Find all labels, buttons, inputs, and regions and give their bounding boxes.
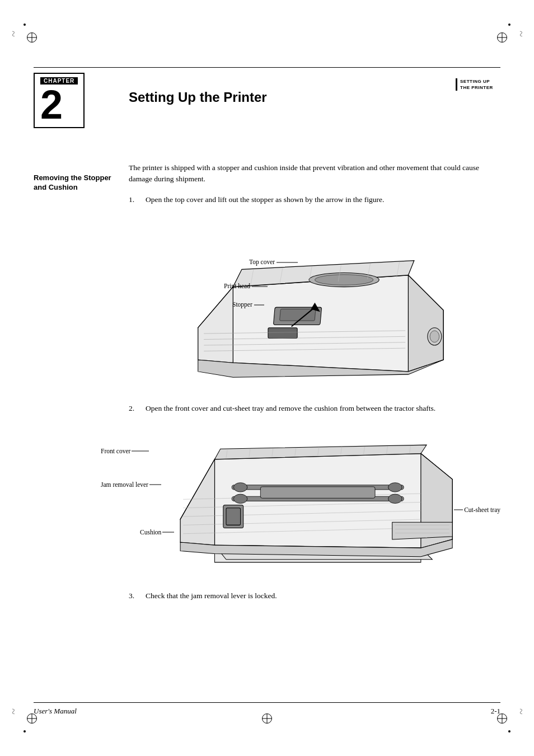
svg-rect-4 <box>268 328 297 339</box>
chapter-block: CHAPTER 2 <box>34 73 123 128</box>
svg-rect-44 <box>226 508 241 525</box>
figure-1: Top cover Print head Stopper <box>129 252 489 386</box>
figure-2: Front cover Jam removal lever Cut-sheet … <box>101 442 500 565</box>
top-rule <box>34 67 500 68</box>
svg-rect-42 <box>260 487 375 498</box>
step-3-text: Check that the jam removal lever is lock… <box>146 590 489 602</box>
footer-page-number: 2-1 <box>491 707 500 716</box>
svg-point-39 <box>233 494 247 503</box>
step-3: 3. Check that the jam removal lever is l… <box>129 590 489 602</box>
fig1-label-printhead: Print head <box>224 283 269 291</box>
figure-2-svg <box>101 442 500 565</box>
step-2-text: Open the front cover and cut-sheet tray … <box>146 403 489 414</box>
sidebar-line2: THE PRINTER <box>460 85 493 90</box>
svg-point-40 <box>388 483 402 492</box>
subsection-heading: Removing the Stopper and Cushion <box>34 173 120 192</box>
step-2: 2. Open the front cover and cut-sheet tr… <box>129 403 489 414</box>
fig2-label-cushion: Cushion <box>140 529 175 536</box>
section-title: Setting Up the Printer <box>129 90 450 105</box>
page-title: Setting Up the Printer <box>129 90 450 105</box>
main-content: The printer is shipped with a stopper an… <box>129 162 489 213</box>
footer-manual-label: User's Manual <box>34 707 77 716</box>
chapter-number: 2 <box>40 84 78 125</box>
sidebar-label: SETTING UP THE PRINTER <box>456 78 500 91</box>
figure-1-svg <box>129 252 489 386</box>
intro-paragraph: The printer is shipped with a stopper an… <box>129 162 489 185</box>
step-2-number: 2. <box>129 403 146 414</box>
step-3-number: 3. <box>129 590 146 602</box>
svg-point-38 <box>233 483 247 492</box>
svg-point-18 <box>430 331 439 342</box>
step-1: 1. Open the top cover and lift out the s… <box>129 194 489 205</box>
bottom-rule <box>34 702 500 703</box>
fig2-label-jamlever: Jam removal lever <box>101 481 162 488</box>
subsection-title: Removing the Stopper and Cushion <box>34 173 120 192</box>
fig1-label-stopper: Stopper <box>232 301 265 309</box>
footer: User's Manual 2-1 <box>34 707 500 716</box>
step-1-number: 1. <box>129 194 146 205</box>
svg-point-1 <box>315 275 373 285</box>
step-3-container: 3. Check that the jam removal lever is l… <box>129 590 489 609</box>
svg-point-41 <box>388 494 402 503</box>
fig1-label-topcover: Top cover <box>249 259 299 267</box>
fig2-label-cutsheet: Cut-sheet tray <box>453 506 500 513</box>
step-1-text: Open the top cover and lift out the stop… <box>146 194 489 205</box>
step-2-container: 2. Open the front cover and cut-sheet tr… <box>129 403 489 422</box>
sidebar-line1: SETTING UP <box>460 79 490 84</box>
fig2-label-frontcover: Front cover <box>101 448 150 454</box>
